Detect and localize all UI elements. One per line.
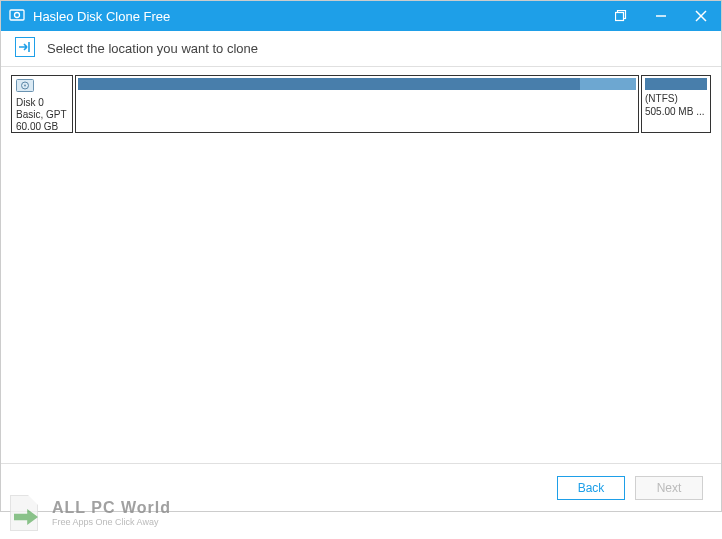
- partition-ntfs-bar: [645, 78, 707, 90]
- disk-info-panel[interactable]: Disk 0 Basic, GPT 60.00 GB: [11, 75, 73, 133]
- instruction-bar: Select the location you want to clone: [1, 31, 721, 67]
- disk-name: Disk 0: [16, 97, 68, 109]
- svg-point-1: [15, 13, 20, 18]
- instruction-text: Select the location you want to clone: [47, 41, 258, 56]
- partition-ntfs[interactable]: (NTFS) 505.00 MB ...: [641, 75, 711, 133]
- partition-ntfs-size: 505.00 MB ...: [645, 106, 707, 119]
- titlebar: Hasleo Disk Clone Free: [1, 1, 721, 31]
- partition-usage-bar: [78, 78, 636, 90]
- titlebar-left: Hasleo Disk Clone Free: [1, 8, 601, 24]
- app-window: Hasleo Disk Clone Free: [0, 0, 722, 512]
- app-icon: [9, 8, 25, 24]
- watermark-tagline: Free Apps One Click Away: [52, 517, 171, 527]
- close-button[interactable]: [681, 1, 721, 31]
- clone-arrow-icon: [15, 37, 35, 60]
- svg-rect-3: [616, 13, 624, 21]
- partition-free-segment: [580, 78, 636, 90]
- disk-icon: [16, 79, 68, 96]
- app-title: Hasleo Disk Clone Free: [33, 9, 170, 24]
- minimize-button[interactable]: [641, 1, 681, 31]
- partition-ntfs-label: (NTFS): [645, 93, 707, 106]
- titlebar-controls: [601, 1, 721, 31]
- disk-type: Basic, GPT: [16, 109, 68, 121]
- content-area: Disk 0 Basic, GPT 60.00 GB (NTFS) 505.00…: [1, 67, 721, 463]
- next-button: Next: [635, 476, 703, 500]
- disk-size: 60.00 GB: [16, 121, 68, 133]
- restore-button[interactable]: [601, 1, 641, 31]
- disk-row[interactable]: Disk 0 Basic, GPT 60.00 GB (NTFS) 505.00…: [11, 75, 711, 133]
- partition-main[interactable]: [75, 75, 639, 133]
- button-bar: Back Next: [1, 463, 721, 511]
- partition-used-segment: [78, 78, 580, 90]
- back-button[interactable]: Back: [557, 476, 625, 500]
- svg-rect-0: [10, 10, 24, 20]
- svg-point-11: [24, 85, 26, 87]
